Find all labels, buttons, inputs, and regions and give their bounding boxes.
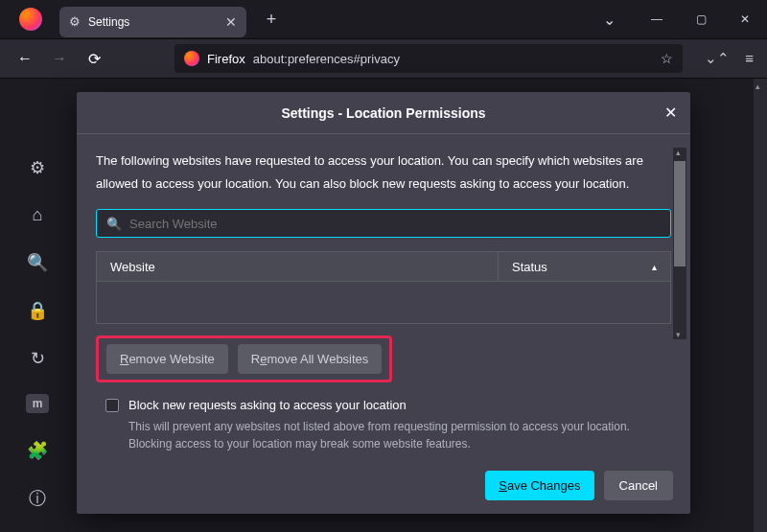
- sort-caret-icon: ▴: [652, 262, 657, 272]
- tabs-dropdown-icon[interactable]: ⌄: [603, 11, 616, 29]
- column-website[interactable]: Website: [97, 252, 498, 281]
- minimize-button[interactable]: —: [635, 0, 679, 38]
- tab-label: Settings: [88, 15, 218, 29]
- dialog-title: Settings - Location Permissions: [281, 105, 485, 121]
- column-status[interactable]: Status ▴: [498, 252, 670, 281]
- page-scrollbar[interactable]: ▴: [754, 79, 767, 532]
- new-tab-button[interactable]: +: [258, 10, 285, 30]
- search-icon: 🔍: [106, 217, 122, 231]
- privacy-lock-icon[interactable]: 🔒: [23, 298, 52, 323]
- location-permissions-dialog: Settings - Location Permissions ✕ The fo…: [77, 92, 690, 514]
- block-checkbox[interactable]: [105, 399, 119, 412]
- search-website-field[interactable]: 🔍: [96, 209, 671, 238]
- maximize-button[interactable]: ▢: [679, 0, 723, 38]
- forward-button[interactable]: →: [48, 50, 71, 67]
- url-bar[interactable]: Firefox about:preferences#privacy ☆: [174, 44, 683, 73]
- window-titlebar: ⚙ Settings ✕ + ⌄ — ▢ ✕: [0, 0, 767, 38]
- back-button[interactable]: ←: [13, 50, 36, 67]
- settings-sidebar: ⚙ ⌂ 🔍 🔒 ↻ m 🧩 ⓘ: [0, 79, 75, 532]
- dialog-footer: Save Changes Cancel: [77, 459, 690, 514]
- gear-icon: ⚙: [69, 14, 81, 29]
- pocket-icon[interactable]: ⌄⌃: [705, 50, 730, 67]
- firefox-small-icon: [184, 51, 199, 66]
- window-controls: — ▢ ✕: [635, 0, 767, 38]
- firefox-logo-icon: [19, 8, 42, 31]
- browser-toolbar: ← → ⟳ Firefox about:preferences#privacy …: [0, 38, 767, 79]
- remove-buttons-highlight: Remove Website Remove All Websites: [96, 335, 392, 382]
- close-window-button[interactable]: ✕: [723, 0, 767, 38]
- bookmark-star-icon[interactable]: ☆: [661, 51, 673, 66]
- reload-button[interactable]: ⟳: [82, 50, 105, 68]
- remove-all-websites-button[interactable]: Remove All Websites: [238, 344, 383, 374]
- remove-website-button[interactable]: Remove Website: [106, 344, 228, 374]
- dialog-scrollbar[interactable]: [673, 148, 686, 339]
- dialog-description: The following websites have requested to…: [96, 150, 671, 196]
- block-new-requests-row[interactable]: Block new requests asking to access your…: [105, 398, 671, 412]
- save-changes-button[interactable]: Save Changes: [485, 471, 593, 500]
- more-from-mozilla-icon[interactable]: m: [26, 394, 49, 413]
- menu-icon[interactable]: ≡: [745, 50, 754, 67]
- search-icon[interactable]: 🔍: [23, 251, 52, 276]
- cancel-button[interactable]: Cancel: [604, 471, 673, 500]
- url-prefix: Firefox: [207, 52, 245, 66]
- browser-tab[interactable]: ⚙ Settings ✕: [59, 7, 246, 37]
- permissions-table-header: Website Status ▴: [96, 251, 671, 282]
- dialog-header: Settings - Location Permissions ✕: [77, 92, 690, 134]
- close-dialog-button[interactable]: ✕: [664, 104, 677, 122]
- url-text: about:preferences#privacy: [253, 52, 653, 66]
- help-icon[interactable]: ⓘ: [23, 484, 52, 513]
- permissions-table-body: [96, 282, 671, 324]
- close-tab-icon[interactable]: ✕: [225, 14, 237, 30]
- search-input[interactable]: [129, 217, 661, 231]
- sync-icon[interactable]: ↻: [23, 346, 52, 371]
- block-helper-text: This will prevent any websites not liste…: [128, 418, 652, 452]
- general-gear-icon[interactable]: ⚙: [23, 155, 52, 180]
- extensions-icon[interactable]: 🧩: [23, 436, 52, 465]
- block-checkbox-label: Block new requests asking to access your…: [128, 398, 407, 412]
- home-icon[interactable]: ⌂: [23, 203, 52, 228]
